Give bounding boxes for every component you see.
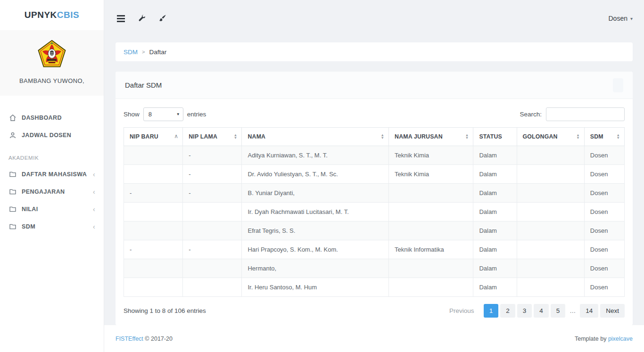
footer-template-text: Template by [575,336,606,342]
cell-status: Dalam [473,259,517,278]
cell-status: Dalam [473,278,517,297]
sidebar-item-label: PENGAJARAN [22,188,65,195]
sidebar-item-pengajaran[interactable]: PENGAJARAN ‹ [0,183,104,200]
previous-page-button[interactable]: Previous [444,304,480,318]
folder-icon [8,205,17,213]
settings-wrench-icon[interactable] [136,13,147,24]
app-logo[interactable]: UPNYKCBIS [0,0,104,30]
column-header-nama[interactable]: NAMA▲▼ [242,128,389,146]
role-dropdown[interactable]: Dosen ▾ [609,15,633,22]
table-footer: Showing 1 to 8 of 106 entries Previous 1… [124,304,625,318]
cell-nama: B. Yuniar Diyanti, [242,184,389,203]
column-header-nama-jurusan[interactable]: NAMA JURUSAN▲▼ [389,128,473,146]
cell-nama: Dr. Avido Yuliestyan, S. T., M. Sc. [242,165,389,184]
cell-jurusan: Teknik Informatika [389,240,473,259]
next-page-button[interactable]: Next [600,304,625,318]
page-button-14[interactable]: 14 [580,304,598,318]
brand-accent: CBIS [57,10,79,20]
sidebar-item-label: JADWAL DOSEN [22,132,71,139]
column-header-golongan[interactable]: GOLONGAN▲▼ [517,128,584,146]
column-header-nip-baru[interactable]: NIP BARU∧ [124,128,183,146]
cell-status: Dalam [473,221,517,240]
cell-status: Dalam [473,165,517,184]
panel-options-icon[interactable] [613,78,623,92]
cell-nip-baru [124,259,183,278]
footer-copyright: © 2017-20 [145,336,173,342]
folder-icon [8,188,17,196]
cell-jurusan [389,203,473,221]
column-header-nip-lama[interactable]: NIP LAMA▲▼ [183,128,242,146]
cell-golongan [517,203,584,221]
sidebar-item-label: DAFTAR MAHASISWA [22,171,87,178]
cell-nama: Hermanto, [242,259,389,278]
breadcrumb-link-sdm[interactable]: SDM [124,49,138,56]
cell-golongan [517,240,584,259]
menu-toggle-icon[interactable] [116,13,126,24]
sidebar-item-sdm[interactable]: SDM ‹ [0,218,104,235]
cell-jurusan [389,184,473,203]
chevron-left-icon: ‹ [93,223,95,230]
cell-status: Dalam [473,184,517,203]
user-icon [8,131,17,139]
cell-sdm: Dosen [584,184,624,203]
cell-nip-lama: - [183,184,242,203]
sidebar-item-jadwal-dosen[interactable]: JADWAL DOSEN [0,126,104,144]
cell-nip-baru [124,221,183,240]
cell-status: Dalam [473,240,517,259]
cell-nip-lama [183,278,242,297]
page-button-5[interactable]: 5 [551,304,566,318]
table-controls: Show 8 ▼ entries Search: [124,107,625,121]
search-input[interactable] [546,107,625,121]
page-button-2[interactable]: 2 [500,304,515,318]
chevron-left-icon: ‹ [93,188,95,196]
column-header-sdm[interactable]: SDM▲▼ [584,128,624,146]
page-size-select[interactable]: 8 [143,107,183,121]
home-icon [8,114,17,122]
sidebar-item-dashboard[interactable]: DASHBOARD [0,109,104,126]
cell-golongan [517,184,584,203]
footer-brand-link[interactable]: FISTEffect [116,336,143,342]
cell-golongan [517,165,584,184]
cell-nip-baru: - [124,240,183,259]
sort-icon: ▲▼ [576,134,580,139]
folder-icon [8,222,17,230]
daftar-sdm-panel: Daftar SDM Show 8 ▼ entries Search: [116,72,633,325]
footer-template-link[interactable]: pixelcave [608,336,633,342]
cell-jurusan [389,259,473,278]
sort-ascending-icon: ∧ [174,133,178,139]
page-button-1[interactable]: 1 [484,304,499,318]
sidebar-section-akademik: AKADEMIK [8,155,95,161]
table-row: - Dr. Avido Yuliestyan, S. T., M. Sc. Te… [124,165,625,184]
table-row: - Aditya Kurniawan, S. T., M. T. Teknik … [124,146,625,165]
sidebar: UPNYKCBIS BAMBANG YUWONO, [0,0,104,352]
sort-icon: ▲▼ [234,134,238,139]
brand-primary: UPNYK [25,10,57,20]
sidebar-item-label: SDM [22,223,35,230]
page-button-4[interactable]: 4 [534,304,549,318]
cell-nip-lama [183,259,242,278]
breadcrumb-separator: > [142,49,145,55]
sidebar-item-label: NILAI [22,206,38,213]
page-button-3[interactable]: 3 [517,304,532,318]
cell-status: Dalam [473,146,517,165]
search-label: Search: [520,111,542,118]
cell-jurusan: Teknik Kimia [389,165,473,184]
cell-nip-lama [183,203,242,221]
cell-sdm: Dosen [584,278,624,297]
cell-nama: Efrat Tegris, S. S. [242,221,389,240]
table-row: Ir. Dyah Rachmawati Lucitasari, M. T. Da… [124,203,625,221]
sdm-table: NIP BARU∧ NIP LAMA▲▼ NAMA▲▼ NAMA JURUSAN… [124,127,625,297]
cell-nip-baru [124,278,183,297]
theme-brush-icon[interactable] [157,13,167,24]
cell-nip-lama: - [183,165,242,184]
cell-jurusan: Teknik Kimia [389,146,473,165]
cell-sdm: Dosen [584,221,624,240]
show-label: Show [124,111,140,118]
sidebar-item-nilai[interactable]: NILAI ‹ [0,200,104,218]
sidebar-item-label: DASHBOARD [22,115,62,121]
cell-nama: Ir. Heru Santoso, M. Hum [242,278,389,297]
cell-golongan [517,259,584,278]
cell-sdm: Dosen [584,259,624,278]
sidebar-item-daftar-mahasiswa[interactable]: DAFTAR MAHASISWA ‹ [0,165,104,183]
entries-info: Showing 1 to 8 of 106 entries [124,307,206,314]
